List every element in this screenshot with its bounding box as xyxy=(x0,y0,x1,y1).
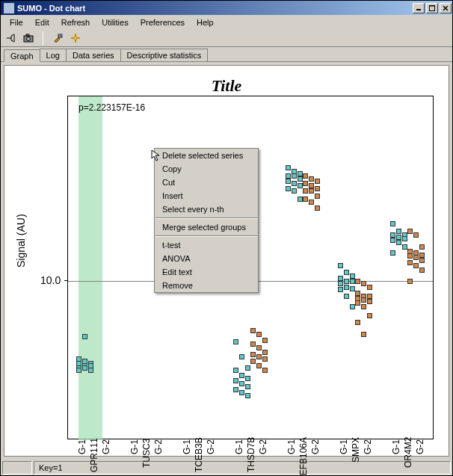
data-point[interactable] xyxy=(239,390,244,395)
context-menu-item[interactable]: Select every n-th xyxy=(155,203,258,216)
data-point[interactable] xyxy=(407,253,413,259)
titlebar[interactable]: SUMO - Dot chart xyxy=(1,1,452,15)
data-point[interactable] xyxy=(338,281,343,286)
data-point[interactable] xyxy=(355,320,360,325)
hammer-button[interactable] xyxy=(51,31,64,45)
data-point[interactable] xyxy=(233,368,238,373)
sparkle-button[interactable] xyxy=(69,31,82,45)
data-point[interactable] xyxy=(413,255,419,260)
data-point[interactable] xyxy=(233,378,238,383)
context-menu-item[interactable]: Delete selected series xyxy=(155,149,258,162)
data-point[interactable] xyxy=(262,368,268,373)
data-point[interactable] xyxy=(256,354,262,359)
data-point[interactable] xyxy=(396,235,401,240)
data-point[interactable] xyxy=(250,328,256,333)
maximize-button[interactable] xyxy=(426,3,438,13)
data-point[interactable] xyxy=(76,368,81,373)
data-point[interactable] xyxy=(262,356,268,362)
data-point[interactable] xyxy=(419,244,425,250)
tab-graph[interactable]: Graph xyxy=(4,49,40,62)
data-point[interactable] xyxy=(239,381,244,386)
data-point[interactable] xyxy=(286,179,291,184)
context-menu-item[interactable]: Cut xyxy=(155,176,258,189)
data-point[interactable] xyxy=(82,334,87,339)
menu-edit[interactable]: Edit xyxy=(29,16,55,28)
data-point[interactable] xyxy=(239,373,244,378)
data-point[interactable] xyxy=(315,205,320,211)
context-menu-item[interactable]: Merge selected groups xyxy=(155,220,258,234)
data-point[interactable] xyxy=(361,297,366,303)
data-point[interactable] xyxy=(256,345,262,350)
context-menu-item[interactable]: Insert xyxy=(155,189,258,203)
data-point[interactable] xyxy=(309,200,314,205)
menu-preferences[interactable]: Preferences xyxy=(135,16,191,28)
data-point[interactable] xyxy=(344,279,349,284)
tab-data-series[interactable]: Data series xyxy=(66,49,121,61)
context-menu-item[interactable]: Edit text xyxy=(155,265,258,279)
menu-refresh[interactable]: Refresh xyxy=(55,16,96,28)
data-point[interactable] xyxy=(355,279,360,284)
data-point[interactable] xyxy=(367,299,372,304)
data-point[interactable] xyxy=(309,176,314,182)
menu-utilities[interactable]: Utilities xyxy=(96,16,134,28)
data-point[interactable] xyxy=(419,253,425,258)
data-point[interactable] xyxy=(315,179,320,184)
data-point[interactable] xyxy=(262,350,268,355)
tab-descriptive-statistics[interactable]: Descriptive statistics xyxy=(120,49,209,61)
data-point[interactable] xyxy=(245,384,250,389)
data-point[interactable] xyxy=(407,260,413,265)
data-point[interactable] xyxy=(361,304,366,309)
data-point[interactable] xyxy=(367,294,372,299)
data-point[interactable] xyxy=(262,338,268,343)
data-point[interactable] xyxy=(390,232,395,238)
data-point[interactable] xyxy=(390,250,395,256)
data-point[interactable] xyxy=(82,365,87,371)
data-point[interactable] xyxy=(413,232,419,238)
data-point[interactable] xyxy=(245,376,250,381)
data-point[interactable] xyxy=(250,352,256,357)
data-point[interactable] xyxy=(390,238,395,243)
menu-file[interactable]: File xyxy=(4,16,29,28)
tab-log[interactable]: Log xyxy=(40,49,67,61)
data-point[interactable] xyxy=(338,287,343,292)
data-point[interactable] xyxy=(233,339,238,344)
context-menu-item[interactable]: Copy xyxy=(155,162,258,176)
data-point[interactable] xyxy=(250,341,256,347)
close-button[interactable] xyxy=(440,3,452,13)
data-point[interactable] xyxy=(256,363,262,368)
data-point[interactable] xyxy=(407,279,413,284)
data-point[interactable] xyxy=(286,186,291,191)
data-point[interactable] xyxy=(292,181,297,186)
data-point[interactable] xyxy=(245,393,250,398)
menu-help[interactable]: Help xyxy=(191,16,220,28)
data-point[interactable] xyxy=(419,268,425,273)
data-point[interactable] xyxy=(344,270,349,275)
data-point[interactable] xyxy=(344,285,349,290)
data-point[interactable] xyxy=(361,332,366,337)
data-point[interactable] xyxy=(402,236,407,241)
data-point[interactable] xyxy=(407,229,413,234)
data-point[interactable] xyxy=(303,173,308,179)
data-point[interactable] xyxy=(233,387,238,392)
data-point[interactable] xyxy=(239,354,244,359)
data-point[interactable] xyxy=(250,359,256,364)
data-point[interactable] xyxy=(245,365,250,371)
data-point[interactable] xyxy=(396,240,401,245)
data-point[interactable] xyxy=(396,229,401,234)
data-point[interactable] xyxy=(355,291,360,296)
data-point[interactable] xyxy=(303,181,308,186)
data-point[interactable] xyxy=(303,188,308,194)
data-point[interactable] xyxy=(361,281,366,286)
camera-button[interactable] xyxy=(22,31,35,45)
data-point[interactable] xyxy=(344,294,349,299)
data-point[interactable] xyxy=(367,285,372,290)
data-point[interactable] xyxy=(367,313,372,318)
context-menu-item[interactable]: t-test xyxy=(155,238,258,252)
data-point[interactable] xyxy=(390,221,395,226)
data-point[interactable] xyxy=(413,263,419,268)
data-point[interactable] xyxy=(292,188,297,194)
data-point[interactable] xyxy=(338,263,343,268)
minimize-button[interactable] xyxy=(413,3,425,13)
data-point[interactable] xyxy=(88,368,93,373)
data-point[interactable] xyxy=(292,173,297,179)
